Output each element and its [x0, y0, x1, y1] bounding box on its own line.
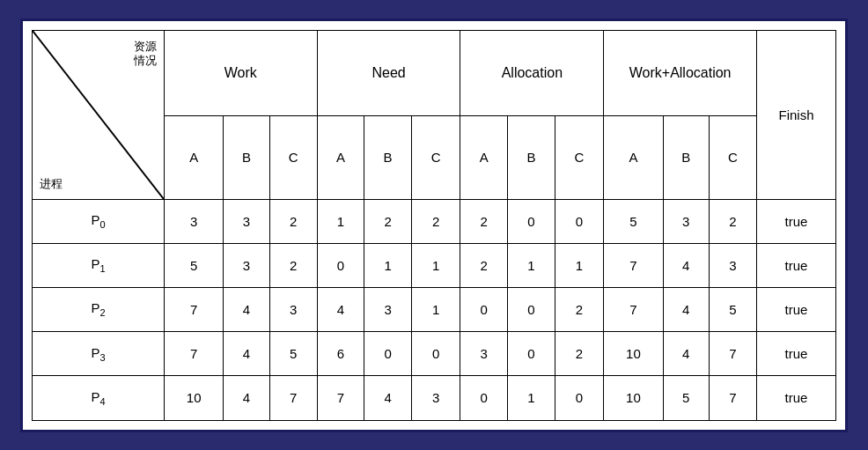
table-row: P2 7 4 3 4 3 1 0 0 2 7 4 5 true [33, 287, 836, 331]
process-p2: P2 [33, 287, 165, 331]
wa-a-p2: 7 [604, 287, 663, 331]
need-header: Need [317, 30, 460, 116]
process-p3: P3 [33, 332, 165, 376]
wa-a-p3: 10 [604, 332, 663, 376]
diagonal-top-text: 资源 情况 [134, 40, 157, 70]
alloc-b-p2: 0 [508, 287, 555, 331]
workalloc-a: A [604, 116, 663, 199]
wa-c-p0: 2 [709, 199, 756, 243]
work-a-p4: 10 [165, 376, 224, 420]
alloc-b-p4: 1 [508, 376, 555, 420]
wa-c-p4: 7 [709, 376, 756, 420]
diagonal-cell: 资源 情况 进程 [33, 30, 165, 199]
table-row: P4 10 4 7 7 4 3 0 1 0 10 5 7 true [33, 376, 836, 420]
work-a-p2: 7 [165, 287, 224, 331]
alloc-b: B [508, 116, 555, 199]
need-a: A [317, 116, 364, 199]
need-c-p1: 1 [411, 243, 460, 287]
work-b-p3: 4 [224, 332, 269, 376]
need-a-p4: 7 [317, 376, 364, 420]
diagonal-bottom-text: 进程 [40, 176, 63, 192]
wa-b-p4: 5 [663, 376, 709, 420]
need-c-p2: 1 [411, 287, 460, 331]
work-a: A [165, 116, 224, 199]
finish-p1: true [757, 243, 836, 287]
alloc-c: C [555, 116, 604, 199]
work-a-p0: 3 [165, 199, 224, 243]
need-a-p1: 0 [317, 243, 364, 287]
wa-a-p1: 7 [604, 243, 663, 287]
need-c: C [411, 116, 460, 199]
finish-p3: true [757, 332, 836, 376]
process-p0: P0 [33, 199, 165, 243]
wa-b-p2: 4 [663, 287, 709, 331]
header-row-1: 资源 情况 进程 Work Need Allocation Work+Alloc… [33, 30, 836, 116]
work-b-p2: 4 [224, 287, 269, 331]
work-c-p1: 2 [269, 243, 317, 287]
wa-b-p0: 3 [663, 199, 709, 243]
need-b-p1: 1 [364, 243, 412, 287]
wa-b-p3: 4 [663, 332, 709, 376]
alloc-a-p0: 2 [460, 199, 508, 243]
need-a-p2: 4 [317, 287, 364, 331]
work-a-p1: 5 [165, 243, 224, 287]
alloc-a: A [460, 116, 508, 199]
need-b-p2: 3 [364, 287, 412, 331]
need-c-p3: 0 [411, 332, 460, 376]
need-a-p3: 6 [317, 332, 364, 376]
work-b-p1: 3 [224, 243, 269, 287]
wa-b-p1: 4 [663, 243, 709, 287]
wa-c-p3: 7 [709, 332, 756, 376]
table-row: P0 3 3 2 1 2 2 2 0 0 5 3 2 true [33, 199, 836, 243]
work-header: Work [165, 30, 318, 116]
alloc-b-p1: 1 [508, 243, 555, 287]
need-b-p3: 0 [364, 332, 412, 376]
outer-border: 资源 情况 进程 Work Need Allocation Work+Alloc… [20, 18, 848, 432]
work-a-p3: 7 [165, 332, 224, 376]
work-c-p0: 2 [269, 199, 317, 243]
need-a-p0: 1 [317, 199, 364, 243]
alloc-a-p3: 3 [460, 332, 508, 376]
finish-p0: true [757, 199, 836, 243]
work-c: C [269, 116, 317, 199]
wa-c-p2: 5 [709, 287, 756, 331]
alloc-b-p0: 0 [508, 199, 555, 243]
work-b: B [224, 116, 269, 199]
workalloc-b: B [663, 116, 709, 199]
allocation-header: Allocation [460, 30, 604, 116]
wa-a-p4: 10 [604, 376, 663, 420]
wa-c-p1: 3 [709, 243, 756, 287]
alloc-b-p3: 0 [508, 332, 555, 376]
work-b-p4: 4 [224, 376, 269, 420]
alloc-a-p4: 0 [460, 376, 508, 420]
need-b: B [364, 116, 412, 199]
finish-p2: true [757, 287, 836, 331]
process-p4: P4 [33, 376, 165, 420]
work-c-p4: 7 [269, 376, 317, 420]
table-row: P1 5 3 2 0 1 1 2 1 1 7 4 3 true [33, 243, 836, 287]
alloc-c-p2: 2 [555, 287, 604, 331]
alloc-c-p0: 0 [555, 199, 604, 243]
finish-p4: true [757, 376, 836, 420]
work-c-p3: 5 [269, 332, 317, 376]
finish-header: Finish [757, 30, 836, 199]
alloc-a-p1: 2 [460, 243, 508, 287]
work-b-p0: 3 [224, 199, 269, 243]
need-c-p4: 3 [411, 376, 460, 420]
need-b-p0: 2 [364, 199, 412, 243]
process-p1: P1 [33, 243, 165, 287]
alloc-c-p4: 0 [555, 376, 604, 420]
main-table: 资源 情况 进程 Work Need Allocation Work+Alloc… [32, 30, 836, 421]
alloc-c-p3: 2 [555, 332, 604, 376]
workalloc-c: C [709, 116, 756, 199]
alloc-a-p2: 0 [460, 287, 508, 331]
need-c-p0: 2 [411, 199, 460, 243]
work-c-p2: 3 [269, 287, 317, 331]
alloc-c-p1: 1 [555, 243, 604, 287]
table-row: P3 7 4 5 6 0 0 3 0 2 10 4 7 true [33, 332, 836, 376]
workalloc-header: Work+Allocation [604, 30, 757, 116]
wa-a-p0: 5 [604, 199, 663, 243]
need-b-p4: 4 [364, 376, 412, 420]
